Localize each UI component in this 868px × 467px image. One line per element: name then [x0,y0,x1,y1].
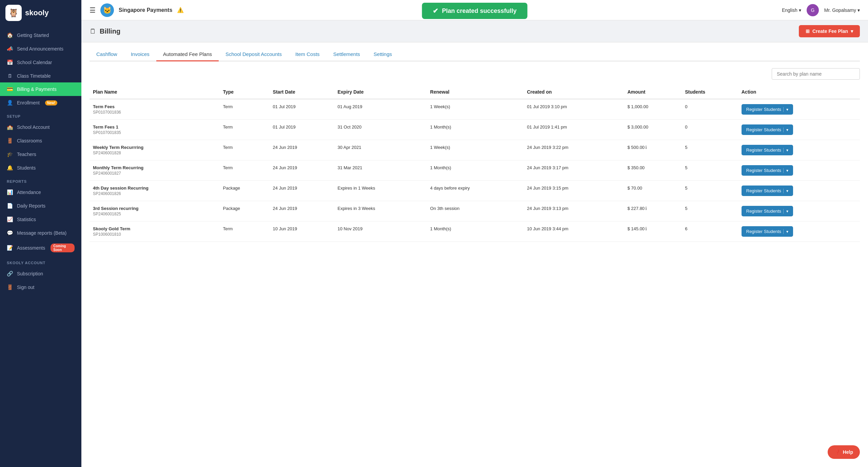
sidebar-item-label: Assessments [17,245,45,251]
message-reports-icon: 💬 [7,230,13,236]
sidebar-item-statistics[interactable]: 📈 Statistics [0,213,81,226]
sidebar-item-label: School Account [17,124,50,130]
register-students-button[interactable]: Register Students ▾ [742,165,793,176]
sidebar-item-assessments[interactable]: 📝 Assessments Coming Soon [0,240,81,256]
sidebar-item-label: School Calendar [17,60,52,65]
cell-type: Package [219,181,269,201]
sidebar-item-subscription[interactable]: 🔗 Subscription [0,267,81,280]
table-row: Skooly Gold Term SP1006001810 Term 10 Ju… [90,221,860,242]
tab-settlements[interactable]: Settlements [327,48,367,61]
classrooms-icon: 🚪 [7,138,13,144]
sidebar-item-label: Statistics [17,217,36,222]
register-students-button[interactable]: Register Students ▾ [742,226,793,237]
register-students-button[interactable]: Register Students ▾ [742,186,793,196]
sidebar: 🦉 skooly 🏠 Getting Started 📣 Send Announ… [0,0,81,467]
cell-created-on: 01 Jul 2019 3:10 pm [524,99,624,120]
tab-automated-fee-plans[interactable]: Automated Fee Plans [156,48,219,61]
sidebar-item-school-account[interactable]: 🏫 School Account [0,120,81,134]
register-label: Register Students [746,107,781,112]
sidebar-item-sign-out[interactable]: 🚪 Sign out [0,280,81,294]
col-amount: Amount [624,85,682,99]
cell-amount: $ 500.00ℹ [624,140,682,160]
sign-out-icon: 🚪 [7,284,13,290]
success-check-icon: ✔ [433,7,438,15]
register-students-button[interactable]: Register Students ▾ [742,145,793,155]
school-account-icon: 🏫 [7,124,13,130]
cell-type: Term [219,99,269,120]
sidebar-item-class-timetable[interactable]: 🗓 Class Timetable [0,69,81,82]
sidebar-item-classrooms[interactable]: 🚪 Classrooms [0,134,81,148]
sidebar-item-daily-reports[interactable]: 📄 Daily Reports [0,199,81,213]
sidebar-item-billing-payments[interactable]: 💳 Billing & Payments [0,82,81,96]
cell-plan-name: Weekly Term Recurrring SP2406001828 [90,140,219,160]
notification-message: Plan created successfully [442,7,516,15]
col-start-date: Start Date [270,85,334,99]
reports-section-label: REPORTS [0,175,81,186]
cell-created-on: 24 Jun 2019 3:15 pm [524,181,624,201]
cell-expiry-date: Expires in 3 Weeks [334,201,427,221]
cell-action: Register Students ▾ [738,160,860,181]
user-avatar: G [807,4,819,16]
sidebar-item-label: Teachers [17,152,36,157]
cell-start-date: 24 Jun 2019 [270,201,334,221]
hamburger-icon[interactable]: ☰ [90,6,96,14]
subscription-icon: 🔗 [7,271,13,277]
register-students-button[interactable]: Register Students ▾ [742,124,793,135]
cell-renewal: 1 Week(s) [427,140,524,160]
cell-students: 0 [682,99,738,120]
tab-cashflow[interactable]: Cashflow [90,48,124,61]
cell-plan-name: 3rd Session recurring SP2406001825 [90,201,219,221]
cell-renewal: 1 Week(s) [427,99,524,120]
sidebar-item-students[interactable]: 🔔 Students [0,161,81,175]
cell-type: Package [219,201,269,221]
language-selector[interactable]: English ▾ [782,7,801,13]
sidebar-item-getting-started[interactable]: 🏠 Getting Started [0,28,81,42]
school-name: Singapore Payments [119,7,172,13]
register-students-button[interactable]: Register Students ▾ [742,206,793,216]
setup-section-label: SETUP [0,110,81,120]
register-dropdown-arrow: ▾ [783,128,788,132]
tab-school-deposit-accounts[interactable]: School Deposit Accounts [219,48,289,61]
table-row: Term Fees 1 SP0107001835 Term 01 Jul 201… [90,120,860,140]
calendar-icon: 📅 [7,59,13,65]
billing-icon: 💳 [7,86,13,92]
table-row: Weekly Term Recurrring SP2406001828 Term… [90,140,860,160]
cell-action: Register Students ▾ [738,120,860,140]
register-students-button[interactable]: Register Students ▾ [742,104,793,115]
cell-start-date: 24 Jun 2019 [270,181,334,201]
cell-renewal: 1 Month(s) [427,221,524,242]
search-input[interactable] [772,68,860,80]
register-dropdown-arrow: ▾ [783,189,788,193]
cell-start-date: 01 Jul 2019 [270,120,334,140]
sidebar-item-school-calendar[interactable]: 📅 School Calendar [0,56,81,69]
sidebar-item-label: Sign out [17,285,34,290]
tab-item-costs[interactable]: Item Costs [289,48,327,61]
sidebar-item-attendance[interactable]: 📊 Attendance [0,186,81,199]
tab-settings[interactable]: Settings [367,48,399,61]
sidebar-item-label: Students [17,165,36,171]
sidebar-item-teachers[interactable]: 🎓 Teachers [0,148,81,161]
create-fee-plan-button[interactable]: ⊞ Create Fee Plan ▾ [799,25,860,37]
students-icon: 🔔 [7,165,13,171]
register-label: Register Students [746,229,781,234]
sidebar-item-enrollment[interactable]: 👤 Enrollment New! [0,96,81,110]
register-label: Register Students [746,188,781,193]
help-button[interactable]: ❓ Help [828,445,860,459]
help-label: Help [843,449,853,455]
cell-type: Term [219,140,269,160]
sidebar-item-send-announcements[interactable]: 📣 Send Announcements [0,42,81,56]
cell-created-on: 24 Jun 2019 3:13 pm [524,201,624,221]
new-badge: New! [45,100,57,105]
cell-renewal: 4 days before expiry [427,181,524,201]
register-label: Register Students [746,127,781,132]
cell-students: 5 [682,201,738,221]
cell-expiry-date: 01 Aug 2019 [334,99,427,120]
register-label: Register Students [746,209,781,214]
help-icon: ❓ [834,449,840,455]
sidebar-item-message-reports[interactable]: 💬 Message reports (Beta) [0,226,81,240]
col-renewal: Renewal [427,85,524,99]
tab-invoices[interactable]: Invoices [124,48,156,61]
assessments-icon: 📝 [7,245,13,251]
user-name[interactable]: Mr. Gopalsamy ▾ [824,7,860,13]
cell-start-date: 24 Jun 2019 [270,160,334,181]
